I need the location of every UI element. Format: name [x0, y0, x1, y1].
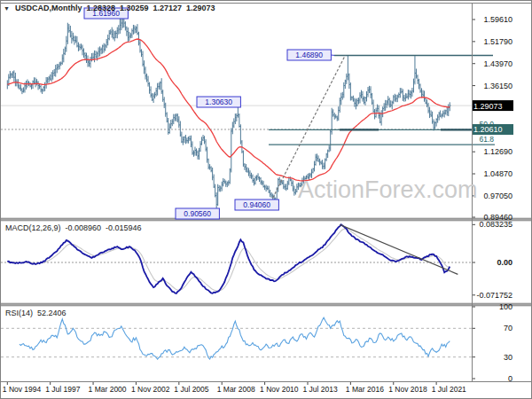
- time-axis-tick-label: 1 Jul 2013: [302, 385, 337, 394]
- rsi-axis-tick-label: 30: [504, 353, 512, 362]
- ohlc-open-value: 1.28328: [86, 4, 115, 12]
- main-axis-tick-label: 1.04870: [483, 169, 512, 178]
- main-axis-tick-label: 1.59610: [483, 15, 512, 24]
- macd-signal-value: -0.015946: [106, 223, 142, 232]
- time-axis-tick-label: 1 Jul 2021: [432, 385, 466, 394]
- price-box-text: 1.29073: [473, 102, 503, 111]
- mt4-chart-window: 50.061.81.619601.468901.306300.940600.90…: [0, 0, 532, 399]
- rsi-indicator-label: RSI(14) 52.2406: [5, 309, 66, 317]
- rsi-value: 52.2406: [37, 309, 66, 317]
- fib-level-label: 61.8: [479, 135, 494, 144]
- price-box-text: 1.20610: [473, 125, 503, 134]
- main-axis-tick-label: 0.97050: [483, 192, 512, 200]
- rsi-name: RSI(14): [5, 309, 33, 317]
- rsi-axis-tick-label: 70: [504, 324, 512, 332]
- time-axis-tick-label: 1 Mar 2016: [346, 385, 384, 394]
- ohlc-close-value: 1.29073: [186, 4, 215, 12]
- time-axis-tick-label: 1 Nov 1994: [3, 385, 42, 394]
- macd-axis-tick-label: 0.083235: [479, 220, 512, 229]
- macd-name: MACD(12,26,9): [5, 223, 61, 232]
- time-axis-tick-label: 1 Nov 2010: [260, 385, 299, 394]
- main-axis-tick-label: 1.43970: [483, 59, 512, 68]
- price-label-text: 1.46890: [295, 51, 323, 59]
- price-label-text: 0.90560: [184, 209, 211, 218]
- macd-axis-tick-label: 0.00: [497, 258, 512, 267]
- rsi-axis-tick-label: 100: [499, 302, 512, 311]
- time-axis-tick-label: 1 Nov 2002: [131, 385, 170, 394]
- macd-indicator-label: MACD(12,26,9) -0.008960 -0.015946: [5, 223, 142, 232]
- watermark: ActionForex.com: [298, 176, 478, 204]
- time-axis-tick-label: 1 Jul 1997: [45, 385, 80, 394]
- price-label-text: 0.94060: [243, 200, 270, 209]
- macd-axis-tick-label: -0.071752: [476, 291, 512, 300]
- symbol-timeframe-title: USDCAD,Monthly: [15, 4, 82, 12]
- time-axis-tick-label: 1 Mar 2000: [89, 385, 127, 394]
- ohlc-high-value: 1.30259: [120, 4, 149, 12]
- time-axis-tick-label: 1 Mar 2008: [217, 385, 255, 394]
- price-label-text: 1.30630: [205, 98, 232, 106]
- main-axis-tick-label: 1.12690: [483, 147, 512, 156]
- time-axis-tick-label: 1 Jul 2005: [174, 385, 208, 394]
- time-axis-tick-label: 1 Nov 2018: [388, 385, 427, 394]
- main-axis-tick-label: 1.51790: [483, 37, 512, 46]
- macd-main-value: -0.008960: [66, 223, 102, 232]
- symbol-header: ▼ USDCAD,Monthly 1.28328 1.30259 1.27127…: [4, 4, 215, 12]
- main-axis-tick-label: 1.36150: [483, 82, 512, 90]
- ohlc-low-value: 1.27127: [153, 4, 183, 12]
- chart-menu-arrow-icon[interactable]: ▼: [4, 5, 10, 12]
